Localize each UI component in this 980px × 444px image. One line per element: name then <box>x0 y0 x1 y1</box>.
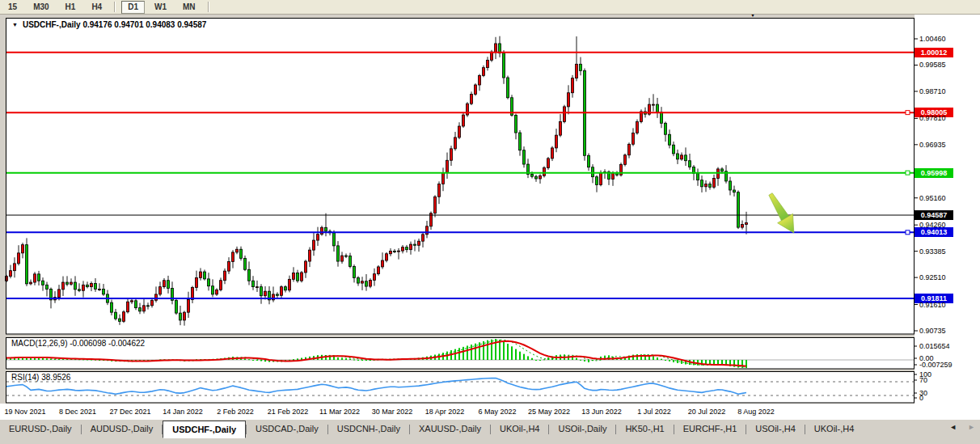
macd-histogram-bar <box>42 358 44 360</box>
candle-bull <box>713 179 716 188</box>
candle-bull <box>390 251 392 253</box>
candle-bull <box>450 149 453 160</box>
chart-tab-usoil-daily[interactable]: USOil-,Daily <box>549 422 615 437</box>
candle-bear <box>78 290 81 290</box>
candle-bull <box>58 290 61 298</box>
toolbar-separator <box>114 2 116 12</box>
macd-histogram-bar <box>527 356 529 360</box>
candle-bull <box>426 226 429 235</box>
macd-histogram-bar <box>665 360 666 361</box>
chart-menu-icon[interactable]: ▼ <box>12 22 18 27</box>
chart-tab-ukoil-h4[interactable]: UKOil-,H4 <box>491 422 549 437</box>
candle-bull <box>220 281 222 290</box>
timeframe-button-15[interactable]: 15 <box>2 1 23 14</box>
timeframe-button-M30[interactable]: M30 <box>27 1 55 14</box>
candle-bear <box>26 245 28 284</box>
candle-bull <box>163 281 166 287</box>
candle-bear <box>297 273 299 281</box>
chart-tab-ukoil-h4[interactable]: UKOil-,H4 <box>805 422 864 437</box>
candle-bear <box>507 78 509 98</box>
macd-histogram-bar <box>673 360 674 362</box>
macd-histogram-bar <box>535 360 537 361</box>
candle-bull <box>281 287 283 296</box>
candle-bear <box>657 104 659 112</box>
candle-bull <box>378 267 380 274</box>
macd-histogram-bar <box>584 360 585 362</box>
chart-tab-audusd-daily[interactable]: AUDUSD-,Daily <box>82 422 163 437</box>
main-panel-bg <box>6 19 915 335</box>
candle-bull <box>636 121 639 133</box>
macd-histogram-bar <box>479 342 480 360</box>
candle-bull <box>216 290 218 294</box>
chart-tab-usdcnh-daily[interactable]: USDCNH-,Daily <box>328 422 409 437</box>
chart-tab-xauusd-daily[interactable]: XAUUSD-,Daily <box>410 422 490 437</box>
candle-bull <box>313 240 315 250</box>
candle-bull <box>543 168 546 176</box>
candle-bear <box>515 115 517 133</box>
chart-tab-hk50-h1[interactable]: HK50-,H1 <box>616 422 673 437</box>
candle-bull <box>264 291 267 296</box>
candle-bull <box>188 299 190 312</box>
candle-bull <box>386 254 388 260</box>
tab-scroll-left-icon[interactable]: ◄ <box>949 424 957 431</box>
candle-bear <box>103 289 105 294</box>
timeframe-button-W1[interactable]: W1 <box>148 1 173 14</box>
candle-bull <box>653 104 655 105</box>
candle-bull <box>600 173 602 185</box>
candle-bull <box>228 262 230 272</box>
timeframe-button-MN[interactable]: MN <box>176 1 202 14</box>
timeframe-button-H4[interactable]: H4 <box>85 1 108 14</box>
chart-tab-usdchf-daily[interactable]: USDCHF-,Daily <box>163 421 246 438</box>
candle-bull <box>224 271 226 281</box>
tab-scroll-right-icon[interactable]: ► <box>968 424 975 431</box>
timeframe-button-H1[interactable]: H1 <box>59 1 82 14</box>
macd-histogram-bar <box>349 359 351 360</box>
candle-bull <box>10 271 12 277</box>
macd-histogram-bar <box>507 344 509 360</box>
candle-bull <box>475 85 477 95</box>
macd-histogram-bar <box>503 341 505 360</box>
hline-handle-0.94013[interactable] <box>906 230 910 235</box>
macd-histogram-bar <box>539 360 541 361</box>
candle-bear <box>38 274 40 281</box>
macd-histogram-bar <box>661 359 662 360</box>
macd-histogram-bar <box>58 359 60 360</box>
candle-bull <box>370 280 372 286</box>
candle-bull <box>681 155 683 159</box>
candle-bull <box>256 287 259 288</box>
candle-bull <box>741 224 744 227</box>
chart-tab-eurusd-daily[interactable]: EURUSD-,Daily <box>0 422 81 437</box>
candle-bull <box>463 115 465 126</box>
hline-handle-0.98005[interactable] <box>906 111 910 115</box>
macd-histogram-bar <box>252 360 254 361</box>
macd-histogram-bar <box>737 360 739 368</box>
candle-bear <box>42 281 44 285</box>
macd-histogram-bar <box>256 360 258 361</box>
macd-histogram-bar <box>333 357 335 360</box>
macd-histogram-bar <box>491 340 492 360</box>
candle-bull <box>442 173 445 184</box>
chart-plot-svg <box>0 0 980 444</box>
chart-tab-usoil-h4[interactable]: USOil-,H4 <box>746 422 805 437</box>
macd-histogram-bar <box>467 346 468 361</box>
macd-histogram-bar <box>483 341 484 360</box>
candle-bear <box>248 269 251 281</box>
candle-bull <box>495 44 497 52</box>
macd-histogram-bar <box>717 360 719 364</box>
chart-tab-eurchf-h1[interactable]: EURCHF-,H1 <box>674 422 746 437</box>
macd-histogram-bar <box>657 357 658 360</box>
candle-bull <box>454 137 457 149</box>
timeframe-button-D1[interactable]: D1 <box>121 1 145 14</box>
candle-bear <box>523 150 526 164</box>
macd-histogram-bar <box>54 359 56 360</box>
macd-histogram-bar <box>50 358 52 360</box>
rsi-indicator-label: RSI(14) 38.9526 <box>11 373 70 382</box>
chart-tab-usdcad-daily[interactable]: USDCAD-,Daily <box>247 422 327 437</box>
candle-bull <box>99 289 101 290</box>
hline-handle-0.95998[interactable] <box>906 171 910 175</box>
chart-title-symbol: USDCHF-,Daily <box>23 20 81 29</box>
chart-title: ▼USDCHF-,Daily 0.94176 0.94701 0.94083 0… <box>12 20 206 29</box>
macd-histogram-bar <box>653 356 654 360</box>
candle-bear <box>66 282 69 284</box>
candle-bear <box>345 256 348 256</box>
